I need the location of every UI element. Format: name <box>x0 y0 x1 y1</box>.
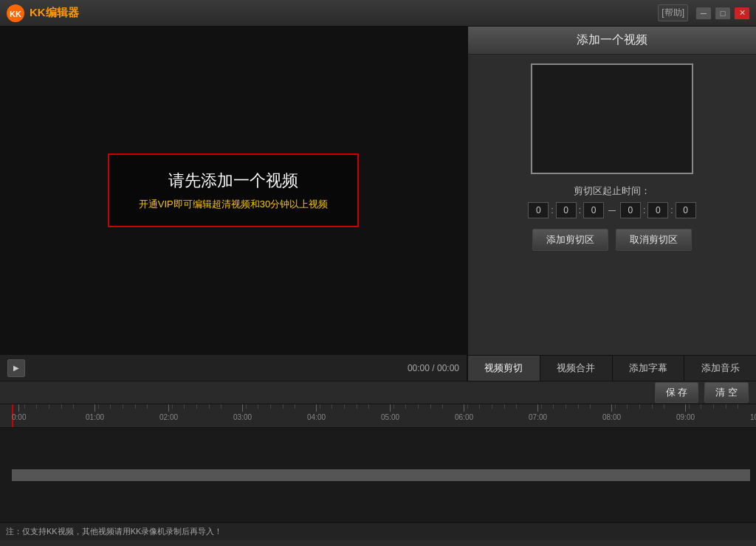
cut-start-min[interactable] <box>556 202 577 218</box>
ruler-minor-tick <box>49 404 49 409</box>
tab-add-music[interactable]: 添加音乐 <box>684 356 756 381</box>
close-button[interactable]: ✕ <box>734 7 750 20</box>
ruler-minor-tick <box>270 404 271 409</box>
time-sep-3: : <box>642 205 646 215</box>
save-button[interactable]: 保 存 <box>655 382 699 403</box>
video-controls: ▶ 00:00 / 00:00 <box>0 354 467 381</box>
ruler-minor-line <box>652 404 653 409</box>
ruler-minor-line <box>553 404 554 409</box>
ruler-line <box>464 404 464 412</box>
ruler-minor-tick <box>652 404 653 409</box>
video-player-area: 请先添加一个视频 开通VIP即可编辑超清视频和30分钟以上视频 ▶ 00:00 … <box>0 27 468 381</box>
ruler-minor-line <box>368 404 369 409</box>
ruler-tick: 03:00 <box>233 404 252 421</box>
ruler-label: 0:00 <box>12 413 26 421</box>
ruler-minor-tick <box>627 404 628 409</box>
cut-end-sec[interactable] <box>676 202 696 218</box>
ruler-minor-line <box>467 404 468 409</box>
play-button[interactable]: ▶ <box>7 359 25 377</box>
ruler-minor-tick <box>713 404 714 409</box>
tab-add-subtitle[interactable]: 添加字幕 <box>613 356 685 381</box>
ruler-minor-line <box>541 404 542 409</box>
timeline-track[interactable] <box>0 428 756 522</box>
ruler-tick: 09:00 <box>676 404 695 421</box>
ruler-minor-line <box>639 404 640 409</box>
ruler-minor-tick <box>246 404 247 409</box>
ruler-minor-tick <box>258 404 258 409</box>
ruler-minor-tick <box>331 404 332 409</box>
tab-video-cut[interactable]: 视频剪切 <box>468 356 540 381</box>
ruler-minor-tick <box>578 404 579 409</box>
ruler-minor-tick <box>492 404 492 409</box>
cancel-cut-button[interactable]: 取消剪切区 <box>616 229 692 251</box>
ruler-minor-line <box>615 404 616 409</box>
right-panel-content: 剪切区起止时间： : : ─ : : 添加剪切区 取消剪切区 <box>468 55 756 355</box>
ruler-minor-line <box>492 404 492 409</box>
time-sep-1: : <box>550 205 554 215</box>
ruler-minor-line <box>270 404 271 409</box>
cut-start-sec[interactable] <box>583 202 604 218</box>
video-placeholder: 请先添加一个视频 开通VIP即可编辑超清视频和30分钟以上视频 <box>108 153 359 227</box>
ruler-minor-tick <box>344 404 345 409</box>
ruler-minor-tick <box>664 404 664 409</box>
save-bar: 保 存 清 空 <box>0 381 756 404</box>
app-title: KK编辑器 <box>30 6 79 20</box>
ruler-line <box>18 404 19 412</box>
maximize-button[interactable]: □ <box>715 7 731 20</box>
ruler-minor-tick <box>24 404 25 409</box>
ruler-line <box>316 404 317 412</box>
ruler-minor-tick <box>196 404 197 409</box>
ruler-line <box>242 404 243 412</box>
add-cut-button[interactable]: 添加剪切区 <box>532 229 608 251</box>
ruler-minor-line <box>578 404 579 409</box>
ruler-minor-line <box>110 404 111 409</box>
ruler-minor-tick <box>123 404 123 409</box>
ruler-minor-line <box>36 404 37 409</box>
minimize-button[interactable]: ─ <box>695 7 712 20</box>
ruler-minor-tick <box>516 404 517 409</box>
ruler-minor-tick <box>283 404 284 409</box>
ruler-minor-tick <box>221 404 221 409</box>
video-placeholder-main: 请先添加一个视频 <box>139 170 328 192</box>
ruler-minor-line <box>172 404 173 409</box>
ruler-label: 09:00 <box>676 413 695 421</box>
ruler-minor-line <box>394 404 394 409</box>
tab-video-merge[interactable]: 视频合并 <box>540 356 613 381</box>
clear-button[interactable]: 清 空 <box>704 382 749 403</box>
ruler-minor-tick <box>442 404 443 409</box>
ruler-minor-tick <box>172 404 173 409</box>
ruler-minor-line <box>627 404 628 409</box>
ruler-minor-line <box>331 404 332 409</box>
help-button[interactable]: [帮助] <box>658 4 688 21</box>
ruler-minor-tick <box>689 404 690 409</box>
ruler-minor-line <box>344 404 345 409</box>
timeline-ruler: 0:0001:0002:0003:0004:0005:0006:0007:000… <box>0 404 756 428</box>
cut-end-hour[interactable] <box>620 202 641 218</box>
ruler-minor-line <box>320 404 320 409</box>
ruler-minor-tick <box>357 404 357 409</box>
timeline-area: 0:0001:0002:0003:0004:0005:0006:0007:000… <box>0 404 756 522</box>
ruler-minor-tick <box>541 404 542 409</box>
ruler-minor-tick <box>553 404 554 409</box>
ruler-label: 05:00 <box>381 413 399 421</box>
cut-end-min[interactable] <box>647 202 668 218</box>
ruler-minor-tick <box>590 404 591 409</box>
ruler-minor-tick <box>701 404 701 409</box>
ruler-minor-line <box>209 404 210 409</box>
ruler-tick: 04:00 <box>307 404 326 421</box>
ruler-label: 08:00 <box>602 413 621 421</box>
time-sep-4: : <box>670 205 673 215</box>
ruler-tick: 02:00 <box>159 404 178 421</box>
ruler-minor-line <box>221 404 221 409</box>
ruler-minor-line <box>246 404 247 409</box>
ruler-line <box>94 404 95 412</box>
ruler-minor-line <box>196 404 197 409</box>
ruler-label: 07:00 <box>529 413 547 421</box>
ruler-tick: 01:00 <box>86 404 104 421</box>
cut-buttons: 添加剪切区 取消剪切区 <box>477 229 747 251</box>
ruler-minor-line <box>566 404 566 409</box>
cut-start-hour[interactable] <box>528 202 549 218</box>
ruler-minor-line <box>430 404 431 409</box>
status-bar: 注：仅支持KK视频，其他视频请用KK录像机录制后再导入！ <box>0 522 756 540</box>
ruler-minor-line <box>258 404 258 409</box>
